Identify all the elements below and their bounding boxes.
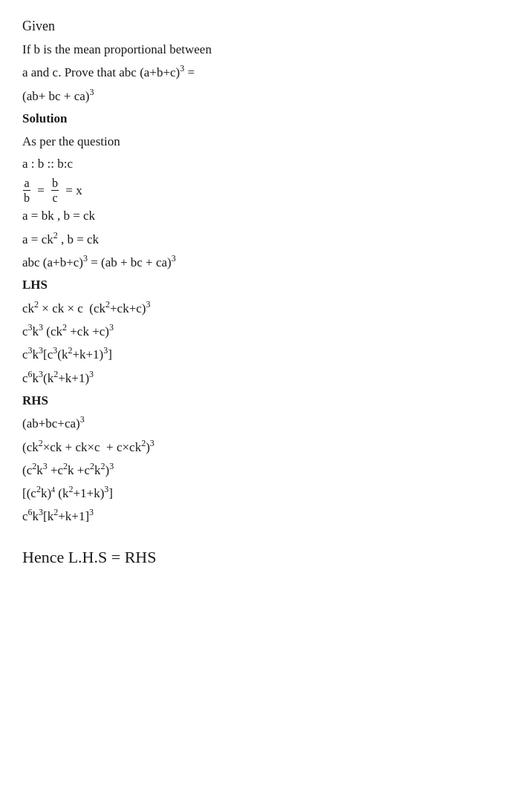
rhs-line3: (c2k3 +c2k +c2k2)3 (22, 459, 489, 482)
fraction-a-over-b: a b (23, 176, 30, 205)
fraction-b-over-c: b c (51, 176, 59, 205)
lhs-line4: c6k3(k2+k+1)3 (22, 367, 489, 390)
fraction-numerator: a (23, 176, 30, 191)
problem-line2: a and c. Prove that abc (a+b+c)3 = (22, 61, 489, 84)
sol-line3: a b = b c = x (22, 176, 489, 205)
equals-sign: = (34, 177, 48, 204)
fraction-denominator-c: c (52, 191, 59, 205)
given-label: Given (22, 19, 55, 33)
sol-line5: a = ck2 , b = ck (22, 228, 489, 251)
problem-line3: (ab+ bc + ca)3 (22, 85, 489, 108)
lhs-label: LHS (22, 274, 489, 297)
lhs-line1: ck2 × ck × c (ck2+ck+c)3 (22, 297, 489, 320)
rhs-line2: (ck2×ck + ck×c + c×ck2)3 (22, 436, 489, 459)
sol-line1: As per the question (22, 131, 489, 154)
sol-line2: a : b :: b:c (22, 153, 489, 176)
solution-label: Solution (22, 108, 489, 131)
lhs-line2: c3k3 (ck2 +ck +c)3 (22, 320, 489, 343)
lhs-line3: c3k3[c3(k2+k+1)3] (22, 343, 489, 366)
equals-x: = x (62, 177, 82, 204)
rhs-line1: (ab+bc+ca)3 (22, 412, 489, 435)
problem-line1: If b is the mean proportional between (22, 39, 489, 62)
sol-line6: abc (a+b+c)3 = (ab + bc + ca)3 (22, 251, 489, 274)
rhs-line4: [(c2k)4 (k2+1+k)3] (22, 482, 489, 505)
fraction-denominator: b (23, 191, 30, 205)
conclusion: Hence L.H.S = RHS (22, 543, 489, 571)
sol-line4: a = bk , b = ck (22, 205, 489, 228)
rhs-line5: c6k3[k2+k+1]3 (22, 505, 489, 528)
fraction-numerator-b: b (51, 176, 59, 191)
rhs-label: RHS (22, 390, 489, 413)
